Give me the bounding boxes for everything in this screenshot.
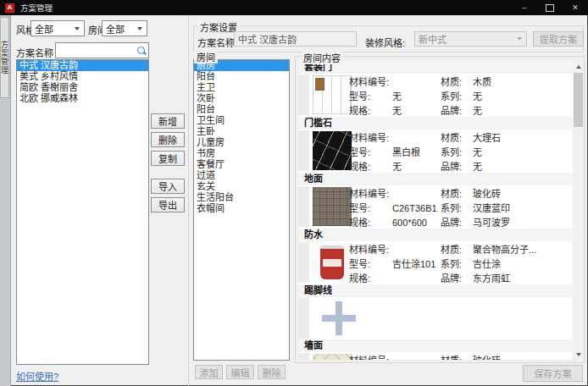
extract-scheme-button[interactable]: 提取方案: [533, 31, 584, 47]
help-link[interactable]: 如何使用?: [16, 369, 58, 383]
section-strip: [298, 298, 309, 339]
section-threshold-stone: 材料编号: 材质: 大理石 型号: 黑白根 系列: 无 规格: 无 品牌: 无: [298, 130, 573, 173]
room-group-label: 房间: [194, 50, 218, 63]
scheme-list-item[interactable]: 简欧 香榭丽舍: [17, 82, 148, 93]
model-value: 无: [392, 91, 402, 102]
model-label: 型号:: [349, 203, 370, 214]
section-header-floor: 地面: [298, 173, 573, 185]
room-list-item[interactable]: 主卫: [194, 82, 289, 93]
room-list-item[interactable]: 卫生间: [194, 115, 289, 126]
maximize-button[interactable]: [537, 0, 563, 15]
spec-value: 600*600: [392, 218, 427, 229]
panel-divider: [188, 15, 189, 386]
close-button[interactable]: ✕: [563, 0, 588, 15]
window-controls: – ✕: [512, 0, 588, 15]
scroll-up-button[interactable]: [573, 61, 584, 72]
arrow-down-icon: [576, 353, 581, 356]
room-list-item[interactable]: 生活阳台: [194, 192, 289, 203]
side-tab-scheme-manager[interactable]: 方案管理: [0, 17, 9, 98]
section-floor: 材料编号: 材质: 玻化砖 型号: C26T36B1 系列: 汉唐蓝印 规格: …: [298, 185, 573, 229]
section-skirting: [298, 297, 573, 339]
room-list-item[interactable]: 过道: [194, 170, 289, 181]
room-list-item[interactable]: 阳台: [194, 104, 289, 115]
model-value: C26T36B1: [392, 203, 437, 214]
series-label: 系列:: [441, 203, 462, 214]
scheme-name-search-input[interactable]: [55, 42, 135, 58]
decor-style-select[interactable]: 新中式: [414, 31, 527, 47]
section-strip: [298, 130, 309, 171]
brand-label: 品牌:: [441, 218, 462, 229]
scheme-list-item[interactable]: 北欧 挪威森林: [17, 93, 148, 104]
suite-door-thumbnail[interactable]: [313, 75, 352, 114]
room-list-item[interactable]: 主卧: [194, 126, 289, 137]
import-scheme-button[interactable]: 导入: [151, 179, 185, 194]
brand-label: 品牌:: [441, 273, 462, 284]
scheme-list-item[interactable]: 中式 汉唐古韵: [17, 60, 148, 71]
series-value: 无: [473, 147, 482, 158]
material-value: 玻化砖: [473, 356, 501, 360]
spec-label: 规格:: [349, 218, 370, 229]
save-scheme-button[interactable]: 保存方案: [523, 365, 583, 382]
section-strip: [298, 242, 309, 283]
brand-value: 东方雨虹: [473, 273, 510, 284]
scrollbar-thumb[interactable]: [574, 73, 583, 127]
room-list-item[interactable]: 玄关: [194, 181, 289, 192]
model-label: 型号:: [349, 91, 370, 102]
brand-label: 品牌:: [441, 106, 462, 117]
room-list-item[interactable]: 书房: [194, 148, 289, 159]
content-scrollbar: [573, 61, 584, 360]
spec-label: 规格:: [349, 162, 370, 173]
material-label: 材质:: [441, 189, 462, 200]
new-scheme-button[interactable]: 新增: [151, 113, 185, 129]
room-list-item[interactable]: 次卧: [194, 93, 289, 104]
series-value: 无: [473, 91, 482, 102]
spec-value: 无: [392, 106, 402, 117]
material-label: 材质:: [441, 245, 462, 256]
room-list-item[interactable]: 客餐厅: [194, 159, 289, 170]
floor-thumbnail[interactable]: [313, 187, 352, 226]
room-content-list: 套装门 材料编号: 材质: 木质 型号: 无 系列: 无 规格: 无 品牌: 无…: [298, 61, 573, 360]
waterproof-thumbnail[interactable]: [313, 243, 352, 282]
scroll-down-button[interactable]: [573, 349, 584, 360]
code-label: 材料编号:: [349, 133, 389, 144]
room-list-item[interactable]: 阳台: [194, 71, 289, 82]
app-icon: A: [5, 3, 14, 13]
series-value: 汉唐蓝印: [473, 203, 510, 214]
spec-label: 规格:: [349, 106, 370, 117]
chevron-down-icon: [137, 27, 142, 30]
room-filter-select[interactable]: 全部: [102, 20, 147, 36]
material-label: 材质:: [441, 77, 462, 88]
code-label: 材料编号:: [349, 356, 389, 360]
section-header-wall: 墙面: [298, 339, 573, 352]
wall-thumbnail[interactable]: [313, 354, 352, 360]
brand-value: 无: [473, 162, 482, 173]
arrow-up-icon: [576, 65, 581, 69]
scheme-manager-window: A 方案管理 – ✕ 方案管理 风格 全部 房间 全部 方案名称 中式 汉唐古韵…: [0, 0, 588, 386]
room-list-item[interactable]: 衣帽间: [194, 203, 289, 214]
brand-label: 品牌:: [441, 162, 462, 173]
room-add-button[interactable]: 添加: [195, 365, 223, 379]
search-button[interactable]: [134, 42, 149, 58]
model-label: 型号:: [349, 147, 370, 158]
scheme-list-item[interactable]: 美式 乡村风情: [17, 71, 148, 82]
export-scheme-button[interactable]: 导出: [151, 197, 185, 212]
style-filter-select[interactable]: 全部: [31, 20, 85, 36]
scheme-setting-name-field[interactable]: [234, 31, 357, 47]
decor-style-label: 装修风格:: [365, 36, 405, 49]
section-strip: [298, 186, 309, 227]
series-value: 吉仕涂: [473, 259, 501, 270]
room-list: 厨房 阳台 主卫 次卧 阳台 卫生间 主卧 儿童房 书房 客餐厅 过道 玄关 生…: [193, 59, 290, 361]
room-delete-button[interactable]: 删除: [258, 365, 286, 379]
section-header-waterproof: 防水: [298, 229, 573, 241]
material-label: 材质:: [441, 356, 462, 360]
spec-value: 无: [392, 162, 402, 173]
decor-style-value: 新中式: [419, 32, 447, 46]
minimize-button[interactable]: –: [512, 0, 537, 15]
copy-scheme-button[interactable]: 复制: [151, 151, 185, 166]
add-material-button[interactable]: [322, 301, 356, 335]
style-filter-value: 全部: [35, 22, 53, 36]
threshold-stone-thumbnail[interactable]: [313, 131, 352, 170]
room-list-item[interactable]: 儿童房: [194, 137, 289, 148]
delete-scheme-button[interactable]: 删除: [151, 132, 185, 147]
room-edit-button[interactable]: 编辑: [226, 365, 254, 379]
